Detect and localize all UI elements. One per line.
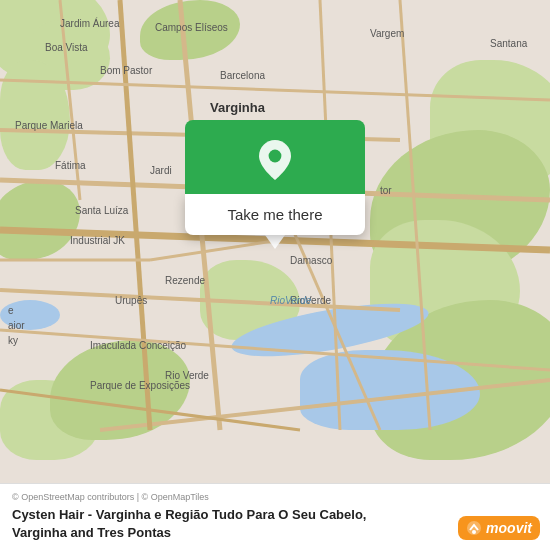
map-label: Barcelona [220,70,265,81]
svg-point-16 [269,150,282,163]
map-label: Urupês [115,295,147,306]
map-label: Parque de Exposições [90,380,190,391]
map-label: Bom Pastor [100,65,152,76]
svg-line-7 [0,330,550,370]
moovit-icon [466,520,482,536]
map-label: tor [380,185,392,196]
map-attribution: © OpenStreetMap contributors | © OpenMap… [12,492,538,502]
map-label: Vargem [370,28,404,39]
moovit-logo-text: moovit [486,520,532,536]
moovit-logo: moovit [458,516,540,540]
svg-line-12 [400,0,430,430]
city-label-varginha: Varginha [210,100,265,115]
map-label: Jardi [150,165,172,176]
take-me-there-button[interactable]: Take me there [185,194,365,235]
map-label: Damasco [290,255,332,266]
map-label: e [8,305,14,316]
map-container: (function() { const data = JSON.parse(do… [0,0,550,550]
map-label: Santana [490,38,527,49]
location-popup: Take me there [185,120,365,249]
map-label: Fátima [55,160,86,171]
place-name: Cysten Hair - Varginha e Região Tudo Par… [12,506,392,542]
map-label: Imaculada Conceição [90,340,186,351]
map-label: ky [8,335,18,346]
popup-header [185,120,365,194]
map-label: Campos Elíseos [155,22,228,33]
svg-point-18 [472,530,476,534]
svg-line-13 [0,80,550,100]
map-label: Jardim Áurea [60,18,119,29]
map-label: Santa Luíza [75,205,128,216]
map-label: aior [8,320,25,331]
map-label: Boa Vista [45,42,88,53]
map-label: Rezende [165,275,205,286]
map-label: Industrial JK [70,235,125,246]
water-label: RioVerde [270,295,311,306]
map-label: Parque Mariela [15,120,83,131]
roads-overlay [0,0,550,550]
info-bar: © OpenStreetMap contributors | © OpenMap… [0,483,550,550]
svg-line-5 [0,290,400,310]
location-pin-icon [255,140,295,180]
popup-pointer [265,235,285,249]
